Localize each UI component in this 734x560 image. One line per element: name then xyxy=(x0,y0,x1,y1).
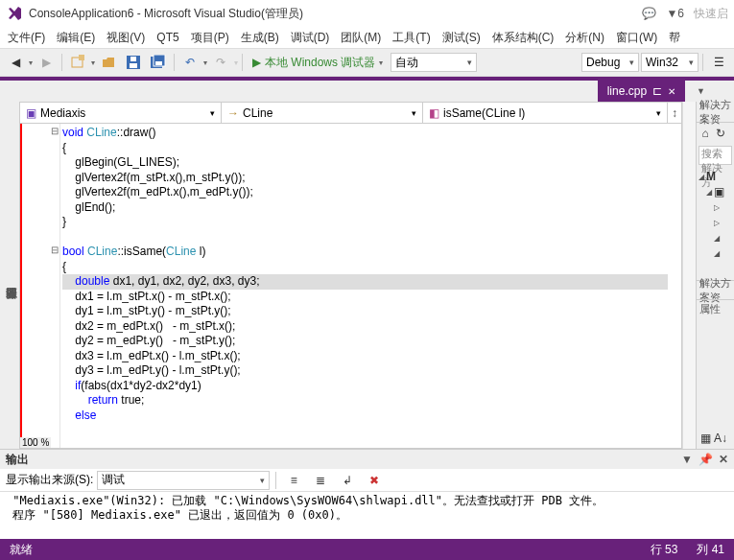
undo-button[interactable]: ↶ xyxy=(178,51,201,74)
save-button[interactable] xyxy=(122,51,145,74)
menu-window[interactable]: 窗口(W) xyxy=(610,28,663,48)
left-toolwindow-tabs: 服务器资源管理器 工具箱 xyxy=(0,102,19,449)
output-title: 输出 xyxy=(6,452,29,468)
arch-combo[interactable]: Win32▾ xyxy=(641,53,698,72)
editor-scrollbar[interactable] xyxy=(682,102,696,449)
method-icon: ◧ xyxy=(429,106,439,120)
navigation-bar: ▣ Mediaxis▾ → CLine▾ ◧ isSame(CLine l)▾ … xyxy=(20,103,681,124)
redo-button[interactable]: ↷ xyxy=(209,51,232,74)
debug-target-label: 本地 Windows 调试器 xyxy=(265,55,375,71)
member-combo[interactable]: ◧ isSame(CLine l)▾ xyxy=(423,103,668,123)
vs-logo-icon xyxy=(6,5,23,22)
output-source-combo[interactable]: 调试▾ xyxy=(97,471,270,490)
code-editor: ▣ Mediaxis▾ → CLine▾ ◧ isSame(CLine l)▾ … xyxy=(19,102,682,449)
menu-view[interactable]: 视图(V) xyxy=(101,28,151,48)
output-clear-icon[interactable]: ≡ xyxy=(282,469,305,492)
new-project-button[interactable] xyxy=(66,51,89,74)
solution-tree[interactable]: ◢M ◢▣ ▷ ▷ ◢ ◢ xyxy=(697,167,734,280)
output-pin-icon[interactable]: 📌 xyxy=(698,453,713,466)
menu-edit[interactable]: 编辑(E) xyxy=(51,28,101,48)
output-del-icon[interactable]: ✖ xyxy=(363,469,386,492)
title-bar: ConsoleApplication6 - Microsoft Visual S… xyxy=(0,0,734,27)
status-line: 行 53 xyxy=(651,542,678,558)
quick-launch[interactable]: 快速启 xyxy=(694,6,728,22)
main-toolbar: ◀ ▾ ▶ ▾ ↶ ▾ ↷ ▾ ▶ 本地 Windows 调试器 ▾ 自动▾ D… xyxy=(0,48,734,77)
menu-help[interactable]: 帮 xyxy=(663,28,686,48)
document-tab-strip: line.cpp ⊏ ✕ ▼ xyxy=(0,81,734,102)
nav-back-button[interactable]: ◀ xyxy=(4,51,27,74)
refresh-icon[interactable]: ↻ xyxy=(714,122,727,145)
output-source-label: 显示输出来源(S): xyxy=(6,472,93,488)
play-icon: ▶ xyxy=(252,56,261,69)
notifications-icon[interactable]: ▼6 xyxy=(666,7,684,20)
class-combo[interactable]: → CLine▾ xyxy=(222,103,423,123)
output-wrap-icon[interactable]: ↲ xyxy=(336,469,359,492)
pin-icon[interactable]: ⊏ xyxy=(652,84,662,98)
svg-rect-4 xyxy=(130,57,136,61)
split-icon[interactable]: ↕ xyxy=(668,103,681,123)
zoom-level[interactable]: 100 % xyxy=(20,437,51,448)
status-col: 列 41 xyxy=(697,542,724,558)
svg-rect-1 xyxy=(79,55,84,60)
class-icon: → xyxy=(227,106,239,120)
open-button[interactable] xyxy=(97,51,120,74)
solution-search-input[interactable]: 搜索解决方 xyxy=(698,146,732,165)
menu-build[interactable]: 生成(B) xyxy=(235,28,285,48)
output-toggle-icon[interactable]: ≣ xyxy=(309,469,332,492)
code-text[interactable]: void CLine::draw(){ glBegin(GL_LINES); g… xyxy=(62,126,668,423)
solution-toolbar: ⌂ ↻ xyxy=(697,123,734,144)
properties-toolbar: ▦ A↓ xyxy=(697,428,734,449)
output-toolbar: 显示输出来源(S): 调试▾ ≡ ≣ ↲ ✖ xyxy=(0,469,734,492)
menu-team[interactable]: 团队(M) xyxy=(335,28,387,48)
menu-test[interactable]: 测试(S) xyxy=(437,28,486,48)
menu-tools[interactable]: 工具(T) xyxy=(387,28,436,48)
menu-qt5[interactable]: QT5 xyxy=(151,29,184,46)
start-debug-button[interactable]: ▶ 本地 Windows 调试器 ▾ xyxy=(247,52,389,73)
properties-header[interactable]: 属性 xyxy=(697,299,734,318)
scope-combo[interactable]: ▣ Mediaxis▾ xyxy=(20,103,222,123)
menu-analyze[interactable]: 分析(N) xyxy=(559,28,610,48)
title-right-controls: 💬 ▼6 快速启 xyxy=(642,6,728,22)
platform-combo[interactable]: 自动▾ xyxy=(391,53,477,72)
svg-rect-3 xyxy=(130,63,137,68)
tab-dropdown-icon[interactable]: ▼ xyxy=(697,86,705,96)
project-icon: ▣ xyxy=(26,106,36,120)
nav-fwd-button[interactable]: ▶ xyxy=(35,51,58,74)
output-close-icon[interactable]: ✕ xyxy=(719,453,728,466)
status-ready: 就绪 xyxy=(10,542,33,558)
alpha-icon[interactable]: A↓ xyxy=(714,427,727,450)
toolbar-overflow-icon[interactable]: ☰ xyxy=(707,51,730,74)
solution-explorer-panel: 解决方案资 ⌂ ↻ 搜索解决方 ◢M ◢▣ ▷ ▷ ◢ ◢ 解决方案资 属性 ▦… xyxy=(696,102,734,449)
menu-file[interactable]: 文件(F) xyxy=(2,28,51,48)
save-all-button[interactable] xyxy=(147,51,170,74)
categorize-icon[interactable]: ▦ xyxy=(698,427,712,450)
tab-label: line.cpp xyxy=(607,84,647,98)
solution-explorer-header: 解决方案资 xyxy=(697,102,734,123)
code-viewport[interactable]: ⊟ ⊟ void CLine::draw(){ glBegin(GL_LINES… xyxy=(20,124,681,448)
output-text[interactable]: "Mediaxis.exe"(Win32): 已加载 "C:\Windows\S… xyxy=(0,492,734,541)
home-icon[interactable]: ⌂ xyxy=(698,122,712,145)
window-title: ConsoleApplication6 - Microsoft Visual S… xyxy=(29,6,642,22)
config-combo[interactable]: Debug▾ xyxy=(581,53,639,72)
code-gutter: ⊟ ⊟ xyxy=(20,124,60,448)
main-area: 服务器资源管理器 工具箱 ▣ Mediaxis▾ → CLine▾ ◧ isSa… xyxy=(0,102,734,449)
output-dropdown-icon[interactable]: ▼ xyxy=(681,453,693,466)
feedback-icon[interactable]: 💬 xyxy=(642,7,656,20)
menu-debug[interactable]: 调试(D) xyxy=(285,28,336,48)
tab-line-cpp[interactable]: line.cpp ⊏ ✕ xyxy=(598,81,685,102)
menu-project[interactable]: 项目(P) xyxy=(185,28,235,48)
svg-rect-7 xyxy=(155,61,162,65)
menu-arch[interactable]: 体系结构(C) xyxy=(486,28,560,48)
menu-bar: 文件(F) 编辑(E) 视图(V) QT5 项目(P) 生成(B) 调试(D) … xyxy=(0,27,734,48)
solution-tab-label[interactable]: 解决方案资 xyxy=(697,280,734,299)
output-header: 输出 ▼ 📌 ✕ xyxy=(0,450,734,469)
tab-close-icon[interactable]: ✕ xyxy=(668,86,675,97)
status-bar: 就绪 行 53 列 41 xyxy=(0,539,734,560)
